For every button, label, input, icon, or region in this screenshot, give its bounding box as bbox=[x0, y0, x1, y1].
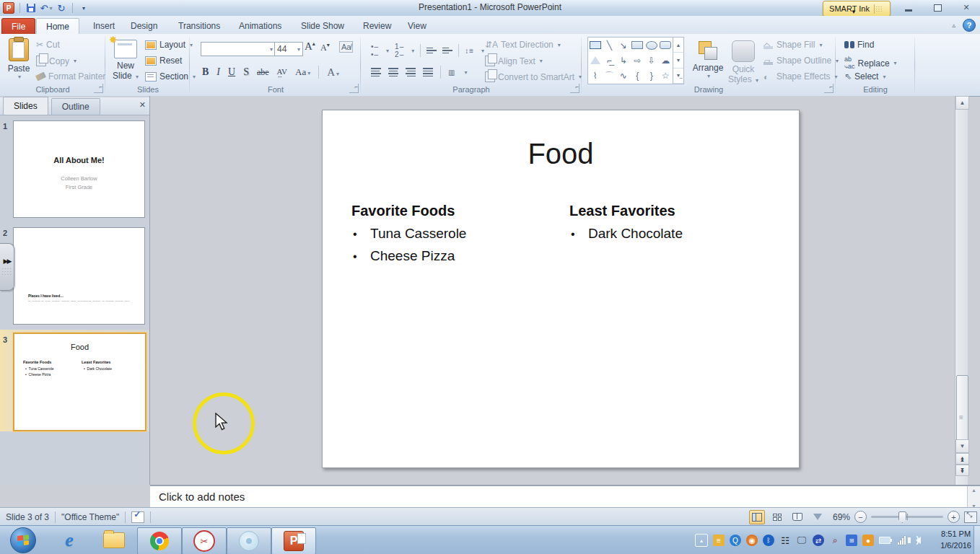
tab-view[interactable]: View bbox=[398, 18, 436, 34]
text-direction-button[interactable]: ⇵AText Direction▾ bbox=[485, 40, 561, 50]
collapse-ribbon-icon[interactable]: ▵ bbox=[952, 22, 955, 29]
slide-col2-heading[interactable]: Least Favorites bbox=[569, 203, 675, 219]
zoom-in-button[interactable]: + bbox=[948, 511, 960, 523]
tab-slide-show[interactable]: Slide Show bbox=[292, 18, 354, 34]
shape-line-icon[interactable]: ╲ bbox=[607, 41, 612, 50]
shape-cloud-icon[interactable]: ☁ bbox=[661, 56, 670, 65]
save-button[interactable] bbox=[25, 2, 37, 14]
taskbar-recorder[interactable] bbox=[227, 527, 271, 554]
tab-home[interactable]: Home bbox=[36, 18, 79, 35]
shape-rectangle-icon[interactable] bbox=[631, 41, 643, 49]
taskbar-internet-explorer[interactable]: e bbox=[48, 527, 91, 553]
tab-transitions[interactable]: Transitions bbox=[169, 18, 229, 34]
updates-icon[interactable]: ● bbox=[862, 535, 874, 546]
font-size-combo[interactable]: 44▾ bbox=[274, 42, 303, 56]
align-text-button[interactable]: Align Text▾ bbox=[485, 56, 543, 66]
shapes-more-button[interactable]: ▼̲ bbox=[673, 69, 683, 84]
shape-fill-button[interactable]: ◇Shape Fill▾ bbox=[764, 40, 822, 50]
scroll-up-icon[interactable]: ▲ bbox=[955, 96, 969, 110]
font-dialog-launcher[interactable]: ⌐ bbox=[349, 84, 359, 93]
slide-col1-heading[interactable]: Favorite Foods bbox=[351, 203, 455, 219]
tab-design[interactable]: Design bbox=[121, 18, 167, 34]
paste-button[interactable]: Paste ▾ bbox=[6, 38, 32, 80]
shape-elbow-icon[interactable]: ⌐̲ bbox=[607, 56, 612, 65]
vertical-scrollbar[interactable]: ▲ ▼ ▲▲ ▼▼ bbox=[955, 96, 968, 485]
shape-oval-icon[interactable] bbox=[646, 41, 657, 50]
smart-board-icon[interactable]: ≡ bbox=[713, 535, 725, 546]
slide-thumbnail-3[interactable]: Food Favorite Foods • Tuna Casserole • C… bbox=[13, 333, 146, 431]
display-icon[interactable]: 🖵 bbox=[796, 535, 808, 546]
magnifier-icon[interactable]: ⌕ bbox=[829, 535, 841, 546]
grow-font-button[interactable]: A▴ bbox=[305, 40, 315, 53]
pane-tab-outline[interactable]: Outline bbox=[51, 98, 100, 115]
bluetooth-icon[interactable]: ᛒ bbox=[763, 535, 774, 546]
tab-animations[interactable]: Animations bbox=[229, 18, 291, 34]
input-device-icon[interactable]: ☷ bbox=[779, 535, 791, 546]
numbering-button[interactable]: 1–2– bbox=[395, 43, 404, 58]
layout-button[interactable]: Layout▾ bbox=[145, 40, 193, 50]
text-shadow-button[interactable]: S bbox=[243, 66, 249, 78]
italic-button[interactable]: I bbox=[216, 66, 220, 78]
bold-button[interactable]: B bbox=[202, 66, 209, 78]
slide-canvas[interactable]: Food Favorite Foods • Tuna Casserole • C… bbox=[322, 110, 800, 468]
font-color-button[interactable]: A▾ bbox=[327, 66, 339, 79]
shape-left-brace-icon[interactable]: { bbox=[636, 71, 639, 80]
arrange-button[interactable]: Arrange ▾ bbox=[691, 41, 725, 79]
pane-close-icon[interactable]: ✕ bbox=[139, 100, 146, 110]
tab-insert[interactable]: Insert bbox=[84, 18, 124, 34]
pane-tab-slides[interactable]: Slides bbox=[3, 97, 48, 115]
shape-outline-button[interactable]: ▱Shape Outline▾ bbox=[764, 56, 839, 66]
slide-title[interactable]: Food bbox=[323, 138, 799, 170]
smart-tools-handle[interactable]: ▶▶ ············ bbox=[0, 243, 14, 291]
slide-col1-item[interactable]: Cheese Pizza bbox=[370, 248, 455, 264]
redo-button[interactable]: ↻ bbox=[56, 2, 67, 14]
slide-col1-item[interactable]: Tuna Casserole bbox=[370, 226, 466, 242]
columns-dropdown-icon[interactable]: ▾ bbox=[464, 69, 467, 76]
next-slide-button[interactable]: ▼▼ bbox=[955, 465, 969, 476]
clipboard-dialog-launcher[interactable]: ⌐ bbox=[94, 84, 103, 93]
reset-button[interactable]: Reset bbox=[145, 56, 182, 66]
shape-textbox-icon[interactable] bbox=[590, 41, 601, 49]
tray-overflow-icon[interactable]: ▲ bbox=[695, 534, 708, 547]
copy-button[interactable]: Copy▾ bbox=[36, 56, 76, 66]
slide-sorter-view-button[interactable] bbox=[769, 510, 785, 524]
replace-button[interactable]: ab⤷acReplace▾ bbox=[844, 56, 897, 71]
taskbar-chrome[interactable] bbox=[137, 527, 182, 554]
change-case-button[interactable]: Aa▾ bbox=[295, 66, 310, 78]
section-button[interactable]: Section▾ bbox=[145, 71, 196, 82]
start-button[interactable] bbox=[1, 527, 45, 553]
notes-placeholder[interactable]: Click to add notes bbox=[159, 491, 245, 503]
minimize-button[interactable] bbox=[899, 2, 918, 13]
new-slide-button[interactable]: New Slide ▾ bbox=[112, 40, 139, 81]
zoom-slider-thumb[interactable] bbox=[898, 511, 906, 523]
slide-thumbnail-1[interactable]: All About Me! Colleen Barlow First Grade bbox=[13, 120, 145, 218]
reading-view-button[interactable] bbox=[789, 510, 805, 524]
zoom-level[interactable]: 69% bbox=[830, 512, 850, 522]
shapes-scroll-down[interactable]: ▼ bbox=[673, 53, 683, 68]
shape-arrow-icon[interactable]: ↘ bbox=[620, 41, 627, 50]
shape-scribble-icon[interactable]: ⌇ bbox=[593, 71, 598, 80]
cut-button[interactable]: ✂Cut bbox=[36, 40, 60, 50]
bullets-button[interactable]: •–•– bbox=[371, 43, 379, 58]
zoom-slider-track[interactable] bbox=[871, 516, 943, 518]
media-player-icon[interactable]: Q bbox=[730, 535, 741, 546]
shape-rounded-rectangle-icon[interactable] bbox=[660, 41, 671, 49]
notes-scroll-up-icon[interactable]: ▲ bbox=[971, 488, 976, 493]
sync-center-icon[interactable]: ⇄ bbox=[813, 535, 824, 546]
character-spacing-button[interactable]: AV↔ bbox=[277, 67, 287, 77]
align-left-button[interactable] bbox=[371, 66, 381, 78]
tab-review[interactable]: Review bbox=[354, 18, 401, 34]
taskbar-windows-explorer[interactable] bbox=[92, 527, 136, 553]
line-spacing-dropdown-icon[interactable]: ▾ bbox=[481, 48, 484, 54]
decrease-indent-button[interactable] bbox=[426, 46, 437, 56]
slide-col2-item[interactable]: Dark Chocolate bbox=[588, 226, 683, 242]
fit-slide-to-window-button[interactable] bbox=[964, 511, 977, 523]
increase-indent-button[interactable] bbox=[442, 46, 452, 56]
convert-smartart-button[interactable]: Convert to SmartArt▾ bbox=[485, 71, 582, 82]
show-desktop-button[interactable] bbox=[974, 526, 980, 554]
paragraph-dialog-launcher[interactable]: ⌐ bbox=[570, 84, 579, 93]
quick-styles-button[interactable]: Quick Styles ▾ bbox=[727, 40, 759, 84]
language-ime-icon[interactable]: ⊞ bbox=[846, 535, 857, 546]
theme-name[interactable]: "Office Theme" bbox=[61, 512, 119, 522]
taskbar-snipping-tool[interactable]: ✂ bbox=[182, 527, 227, 554]
